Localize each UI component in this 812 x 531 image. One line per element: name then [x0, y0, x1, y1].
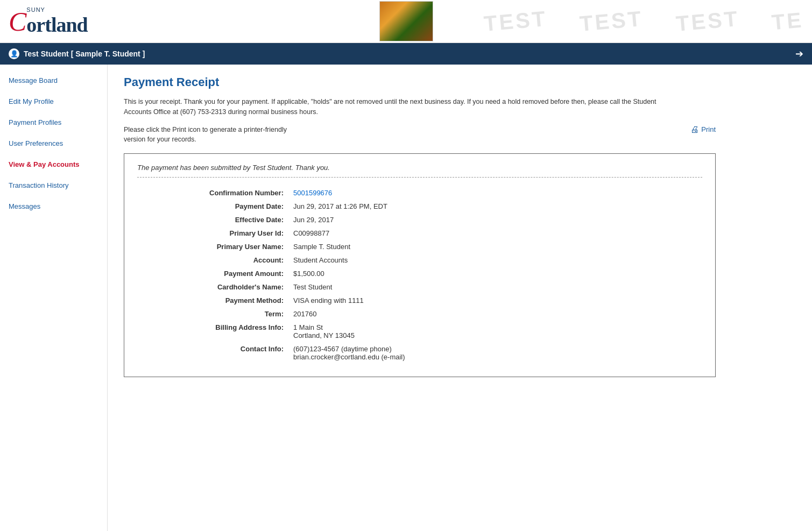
intro-text: This is your receipt. Thank you for your… — [124, 97, 662, 117]
page-title: Payment Receipt — [124, 75, 796, 89]
label-cardholder-name: Cardholder's Name: — [137, 280, 288, 294]
value-payment-date: Jun 29, 2017 at 1:26 PM, EDT — [288, 200, 702, 213]
table-row: Payment Date: Jun 29, 2017 at 1:26 PM, E… — [137, 200, 702, 213]
label-payment-date: Payment Date: — [137, 200, 288, 213]
confirmation-number: 5001599676 — [293, 189, 332, 197]
watermarks: TEST TEST TEST TE — [484, 9, 803, 33]
value-user-name: Sample T. Student — [288, 240, 702, 253]
sidebar-item-message-board[interactable]: Message Board — [0, 70, 107, 91]
label-account: Account: — [137, 253, 288, 267]
value-account: Student Accounts — [288, 253, 702, 267]
label-payment-method: Payment Method: — [137, 294, 288, 307]
label-billing-address: Billing Address Info: — [137, 321, 288, 342]
content-area: Payment Receipt This is your receipt. Th… — [108, 65, 812, 531]
header-image — [379, 1, 433, 41]
logo-text: ortland — [26, 13, 87, 36]
nav-user: 👤 Test Student [ Sample T. Student ] — [9, 48, 145, 59]
value-user-id: C00998877 — [288, 226, 702, 240]
contact-email: brian.crocker@cortland.edu (e-mail) — [293, 353, 698, 361]
value-cardholder-name: Test Student — [288, 280, 702, 294]
contact-phone: (607)123-4567 (daytime phone) — [293, 345, 698, 353]
value-confirmation: 5001599676 — [288, 186, 702, 200]
print-note: Please click the Print icon to generate … — [124, 125, 287, 145]
table-row: Primary User Name: Sample T. Student — [137, 240, 702, 253]
label-contact-info: Contact Info: — [137, 342, 288, 364]
sidebar-item-user-preferences[interactable]: User Preferences — [0, 133, 107, 154]
receipt-box: The payment has been submitted by Test S… — [124, 153, 716, 377]
logo-suny: SUNY — [26, 6, 87, 13]
label-payment-amount: Payment Amount: — [137, 267, 288, 280]
table-row: Contact Info: (607)123-4567 (daytime pho… — [137, 342, 702, 364]
print-note-line1: Please click the Print icon to generate … — [124, 126, 287, 133]
value-billing-address: 1 Main St Cortland, NY 13045 — [288, 321, 702, 342]
logout-button[interactable]: ➔ — [795, 48, 803, 60]
table-row: Effective Date: Jun 29, 2017 — [137, 213, 702, 226]
header: C SUNY ortland TEST TEST TEST TE — [0, 0, 812, 43]
sidebar-item-payment-profiles[interactable]: Payment Profiles — [0, 112, 107, 133]
logo-c: C — [9, 8, 26, 35]
table-row: Payment Amount: $1,500.00 — [137, 267, 702, 280]
table-row: Primary User Id: C00998877 — [137, 226, 702, 240]
sidebar-item-messages[interactable]: Messages — [0, 196, 107, 217]
watermark-4: TE — [771, 8, 804, 35]
receipt-divider — [137, 177, 702, 178]
sidebar: Message Board Edit My Profile Payment Pr… — [0, 65, 108, 531]
table-row: Cardholder's Name: Test Student — [137, 280, 702, 294]
label-user-id: Primary User Id: — [137, 226, 288, 240]
print-row: Please click the Print icon to generate … — [124, 125, 716, 145]
main-layout: Message Board Edit My Profile Payment Pr… — [0, 65, 812, 531]
sidebar-item-edit-profile[interactable]: Edit My Profile — [0, 91, 107, 112]
table-row: Billing Address Info: 1 Main St Cortland… — [137, 321, 702, 342]
logo: C SUNY ortland — [9, 6, 88, 37]
label-effective-date: Effective Date: — [137, 213, 288, 226]
receipt-table: Confirmation Number: 5001599676 Payment … — [137, 186, 702, 364]
watermark-2: TEST — [579, 6, 645, 36]
receipt-submitted-text: The payment has been submitted by Test S… — [137, 164, 702, 172]
print-note-line2: version for your records. — [124, 136, 196, 143]
value-payment-amount: $1,500.00 — [288, 267, 702, 280]
label-confirmation: Confirmation Number: — [137, 186, 288, 200]
printer-icon: 🖨 — [690, 125, 699, 134]
watermark-1: TEST — [483, 6, 548, 36]
user-icon: 👤 — [9, 48, 19, 59]
value-contact-info: (607)123-4567 (daytime phone) brian.croc… — [288, 342, 702, 364]
watermark-3: TEST — [675, 6, 740, 36]
nav-bar: 👤 Test Student [ Sample T. Student ] ➔ — [0, 43, 812, 65]
print-label: Print — [701, 125, 716, 133]
table-row: Payment Method: VISA ending with 1111 — [137, 294, 702, 307]
billing-address-line2: Cortland, NY 13045 — [293, 331, 698, 339]
sidebar-item-view-pay-accounts[interactable]: View & Pay Accounts — [0, 154, 107, 175]
value-term: 201760 — [288, 307, 702, 321]
table-row: Confirmation Number: 5001599676 — [137, 186, 702, 200]
value-effective-date: Jun 29, 2017 — [288, 213, 702, 226]
label-term: Term: — [137, 307, 288, 321]
table-row: Account: Student Accounts — [137, 253, 702, 267]
table-row: Term: 201760 — [137, 307, 702, 321]
sidebar-item-transaction-history[interactable]: Transaction History — [0, 175, 107, 196]
nav-user-label: Test Student [ Sample T. Student ] — [24, 49, 145, 58]
print-link[interactable]: 🖨 Print — [690, 125, 716, 134]
value-payment-method: VISA ending with 1111 — [288, 294, 702, 307]
billing-address-line1: 1 Main St — [293, 323, 698, 331]
label-user-name: Primary User Name: — [137, 240, 288, 253]
